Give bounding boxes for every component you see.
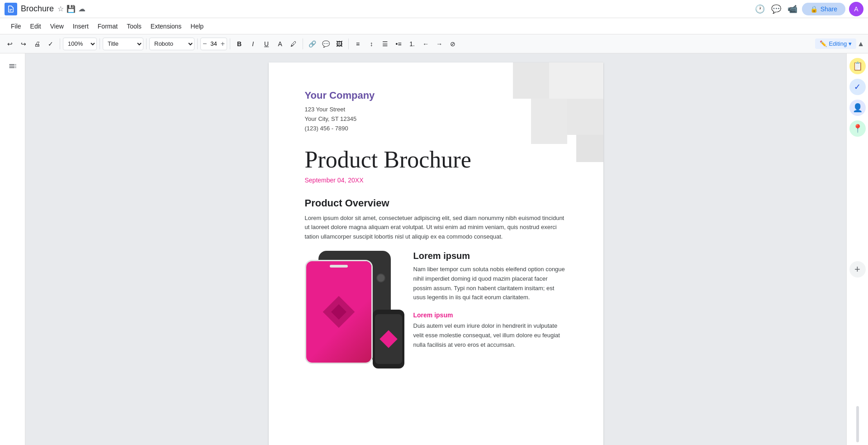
toolbar-divider-6: [303, 38, 303, 49]
dec-rect-2: [513, 62, 549, 99]
section1-heading[interactable]: Product Overview: [305, 197, 567, 209]
menu-view[interactable]: View: [47, 21, 67, 32]
share-button[interactable]: 🔒 Share: [802, 3, 845, 15]
toolbar-style-group: Title: [103, 38, 143, 50]
decrease-indent-button[interactable]: ←: [419, 38, 432, 50]
left-sidebar: [0, 53, 25, 445]
toolbar-font-group: Roboto: [149, 38, 194, 50]
editing-mode-button[interactable]: ✏️ Editing ▾: [815, 38, 856, 49]
menu-format[interactable]: Format: [94, 21, 121, 32]
page-decorations: [513, 62, 603, 162]
dec-rect-5: [576, 135, 603, 162]
add-sidebar-button[interactable]: +: [849, 261, 866, 278]
line-spacing-button[interactable]: ↕: [365, 38, 378, 50]
highlight-button[interactable]: 🖊: [287, 38, 300, 50]
menu-extensions[interactable]: Extensions: [147, 21, 185, 32]
tasks-sidebar-icon[interactable]: ✓: [849, 79, 866, 95]
chevron-down-icon: ▾: [849, 40, 852, 47]
phone-notch: [330, 265, 348, 268]
toolbar-divider-3: [146, 38, 147, 49]
scrollbar[interactable]: [856, 406, 859, 442]
history-icon[interactable]: 🕐: [755, 4, 765, 14]
numbered-list-button[interactable]: 1.: [406, 38, 418, 50]
toolbar-divider-2: [100, 38, 100, 49]
menu-tools[interactable]: Tools: [123, 21, 145, 32]
notes-sidebar-icon[interactable]: 📋: [849, 58, 866, 74]
phone-small-diamond: [379, 330, 398, 348]
toolbar: ↩ ↪ 🖨 ✓ 100% Title Roboto − 34 + B I U A…: [0, 34, 868, 53]
toolbar-insert-group: 🔗 💬 🖼: [306, 38, 346, 50]
dec-rect-3: [567, 99, 603, 135]
cloud-icon[interactable]: ☁: [78, 5, 85, 13]
doc-date[interactable]: September 04, 20XX: [305, 177, 567, 184]
bold-button[interactable]: B: [233, 38, 246, 50]
comment-button[interactable]: 💬: [319, 38, 332, 50]
top-icons: 🕐 💬 📹: [755, 4, 797, 14]
title-bar-icons: ☆ 💾 ☁: [57, 5, 85, 13]
toolbar-paragraph-group: ≡ ↕ ☰ •≡ 1. ← → ⊘: [351, 38, 459, 50]
section1-body[interactable]: Lorem ipsum dolor sit amet, consectetuer…: [305, 214, 567, 242]
toolbar-divider-4: [197, 38, 198, 49]
checklist-button[interactable]: ☰: [379, 38, 391, 50]
redo-button[interactable]: ↪: [17, 38, 30, 50]
title-bar-left: Brochure ☆ 💾 ☁: [5, 3, 755, 15]
avatar[interactable]: A: [849, 2, 863, 16]
phone-inner-diamond: [331, 304, 346, 320]
toolbar-divider-5: [230, 38, 230, 49]
zoom-select[interactable]: 100%: [63, 38, 97, 50]
font-size-decrease-button[interactable]: −: [201, 40, 209, 48]
menu-insert[interactable]: Insert: [69, 21, 92, 32]
phone-diamond: [323, 296, 355, 328]
toolbar-collapse-button[interactable]: ▲: [857, 40, 864, 48]
phone-camera: [376, 273, 385, 282]
pencil-icon: ✏️: [820, 40, 827, 47]
toolbar-format-group: B I U A 🖊: [233, 38, 300, 50]
image-button[interactable]: 🖼: [333, 38, 346, 50]
font-size-increase-button[interactable]: +: [219, 40, 227, 48]
phone-mockup-image: [305, 251, 404, 368]
outline-icon[interactable]: [5, 58, 21, 74]
text-color-button[interactable]: A: [274, 38, 286, 50]
link-button[interactable]: 🔗: [306, 38, 318, 50]
undo-button[interactable]: ↩: [4, 38, 16, 50]
menu-file[interactable]: File: [7, 21, 25, 32]
align-button[interactable]: ≡: [351, 38, 364, 50]
meeting-icon[interactable]: 📹: [787, 4, 797, 14]
underline-button[interactable]: U: [260, 38, 273, 50]
editing-label: Editing: [829, 40, 847, 47]
italic-button[interactable]: I: [247, 38, 259, 50]
menu-help[interactable]: Help: [187, 21, 207, 32]
font-size-group: − 34 +: [200, 38, 227, 50]
font-select[interactable]: Roboto: [149, 38, 194, 50]
phone-screen: [306, 261, 371, 363]
title-bar: Brochure ☆ 💾 ☁ 🕐 💬 📹 🔒 Share A: [0, 0, 868, 18]
increase-indent-button[interactable]: →: [433, 38, 446, 50]
phone-small: [373, 310, 404, 368]
clear-format-button[interactable]: ⊘: [446, 38, 459, 50]
font-size-value[interactable]: 34: [209, 40, 218, 47]
toolbar-zoom-group: 100%: [63, 38, 97, 50]
menu-edit[interactable]: Edit: [27, 21, 45, 32]
save-status-icon[interactable]: 💾: [66, 5, 76, 13]
col-body-2[interactable]: Duis autem vel eum iriure dolor in hendr…: [413, 321, 567, 349]
print-button[interactable]: 🖨: [31, 38, 43, 50]
star-icon[interactable]: ☆: [57, 5, 64, 13]
maps-sidebar-icon[interactable]: 📍: [849, 120, 866, 137]
main-layout: Your Company 123 Your Street Your City, …: [0, 53, 868, 445]
contacts-sidebar-icon[interactable]: 👤: [849, 100, 866, 116]
toolbar-divider-1: [60, 38, 60, 49]
bullet-list-button[interactable]: •≡: [392, 38, 405, 50]
doc-title[interactable]: Brochure: [21, 4, 54, 14]
comment-icon[interactable]: 💬: [771, 4, 781, 14]
dec-rect-1: [549, 62, 603, 99]
spellcheck-button[interactable]: ✓: [44, 38, 57, 50]
col-heading[interactable]: Lorem ipsum: [413, 251, 567, 261]
col-body[interactable]: Nam liber tempor cum soluta nobis eleife…: [413, 265, 567, 302]
style-select[interactable]: Title: [103, 38, 143, 50]
lock-icon: 🔒: [810, 5, 818, 13]
toolbar-divider-7: [348, 38, 349, 49]
col-text: Lorem ipsum Nam liber tempor cum soluta …: [413, 251, 567, 359]
menu-bar: File Edit View Insert Format Tools Exten…: [0, 18, 868, 34]
col-subheading[interactable]: Lorem ipsum: [413, 311, 567, 319]
page: Your Company 123 Your Street Your City, …: [269, 62, 603, 445]
